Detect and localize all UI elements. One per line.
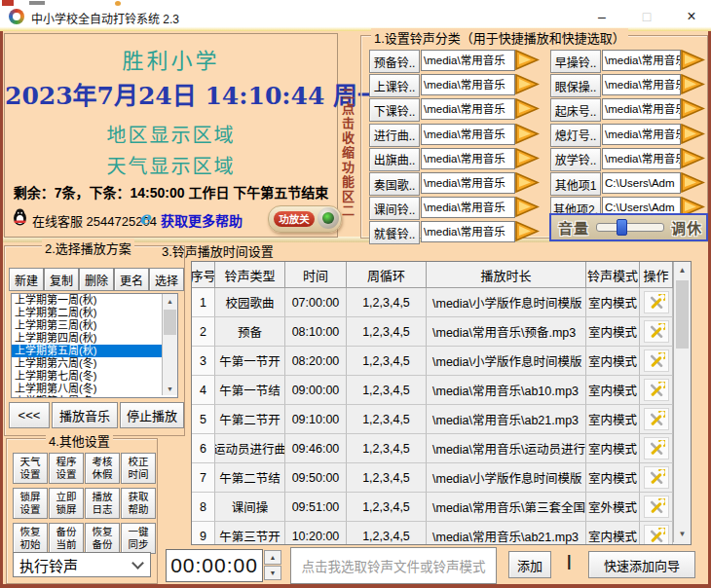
scheme-listbox[interactable]: 上学期第一周(秋)上学期第二周(秋)上学期第三周(秋)上学期第四周(秋)上学期第… [11, 293, 178, 398]
settings-button[interactable]: 程序 设置 [49, 453, 84, 484]
table-row[interactable]: 8课间操09:51:001,2,3,4,5\media\常用音乐\第三套全国室外… [192, 493, 691, 522]
scroll-down-icon[interactable]: ▼ [163, 382, 177, 395]
scheme-play-button[interactable]: <<< [9, 402, 50, 428]
play-icon[interactable] [514, 74, 540, 94]
play-icon[interactable] [514, 124, 540, 144]
category-path-right[interactable]: \media\常用音乐 [602, 74, 681, 95]
play-button-right[interactable] [680, 124, 706, 145]
settings-button[interactable]: 恢复 备份 [85, 523, 120, 554]
scrollbar-thumb[interactable] [676, 280, 689, 349]
play-button-right[interactable] [680, 172, 706, 194]
play-button-right[interactable] [680, 98, 706, 120]
play-icon[interactable] [680, 172, 705, 193]
play-button-left[interactable] [514, 197, 541, 218]
category-button-left[interactable]: 课间铃.. [369, 197, 420, 220]
list-item[interactable]: 上学期第八周(冬) [12, 383, 177, 395]
category-path-left[interactable]: \media\常用音乐 [421, 124, 515, 145]
category-path-left[interactable]: \media\常用音乐 [421, 172, 515, 194]
play-button-left[interactable] [514, 74, 541, 95]
edit-tools-button[interactable] [644, 437, 669, 459]
get-help-link[interactable]: 获取更多帮助 [161, 210, 243, 230]
list-item[interactable]: 上学期第一周(秋) [12, 294, 177, 307]
edit-tools-button[interactable] [644, 525, 669, 545]
category-button-left[interactable]: 进行曲.. [369, 124, 420, 147]
play-icon[interactable] [680, 98, 705, 119]
category-path-left[interactable]: \media\常用音乐 [421, 98, 515, 120]
play-icon[interactable] [680, 50, 705, 70]
collapse-function-strip[interactable]: 二点击收缩功能区二 [338, 88, 356, 241]
table-row[interactable]: 2预备08:10:001,2,3,4,5\media\常用音乐\预备.mp3室内… [192, 317, 691, 347]
ring-file-picker[interactable]: 点击我选取铃声文件或铃声模式 [290, 547, 497, 584]
settings-button[interactable]: 备份 当前 [49, 523, 84, 554]
category-button-right[interactable]: 眼保操.. [550, 74, 601, 97]
category-button-right[interactable]: 早操铃.. [550, 50, 601, 73]
volume-slider-thumb[interactable] [617, 219, 627, 236]
category-button-left[interactable]: 下课铃.. [369, 98, 420, 122]
spinner-up-icon[interactable]: ▲ [264, 550, 281, 565]
play-icon[interactable] [680, 124, 705, 144]
play-icon[interactable] [514, 98, 540, 119]
edit-tools-button[interactable] [644, 349, 669, 372]
table-row[interactable]: 3午第一节开08:20:001,2,3,4,5\media\小学版作息时间模版室… [192, 347, 691, 376]
play-icon[interactable] [514, 172, 540, 193]
play-icon[interactable] [514, 50, 540, 70]
scheme-cmd-button[interactable]: 复制 [44, 268, 79, 291]
category-path-right[interactable]: \media\常用音乐 [602, 124, 681, 145]
table-scrollbar[interactable]: ▲ ▼ [673, 262, 691, 542]
settings-button[interactable]: 锁屏 设置 [13, 488, 48, 519]
ring-action-dropdown[interactable]: 执行铃声 [13, 552, 151, 577]
play-button-right[interactable] [680, 50, 706, 71]
settings-button[interactable]: 校正 时间 [121, 453, 156, 484]
close-button[interactable]: × [674, 6, 709, 27]
category-button-right[interactable]: 其他项1 [550, 172, 601, 196]
quick-add-wizard-button[interactable]: 快速添加向导 [588, 551, 695, 578]
category-button-right[interactable]: 放学铃.. [550, 148, 601, 171]
listbox-scrollbar[interactable]: ▲ ▼ [162, 294, 177, 395]
play-icon[interactable] [514, 221, 540, 241]
play-button-left[interactable] [514, 172, 541, 194]
play-button-left[interactable] [514, 124, 541, 145]
time-input[interactable]: 00:00:00 [166, 549, 263, 582]
category-path-left[interactable]: \media\常用音乐 [421, 221, 515, 242]
add-button[interactable]: 添加 [508, 551, 551, 578]
list-item[interactable]: 上学期第六周(冬) [12, 357, 177, 370]
table-row[interactable]: 9午第三节开10:20:001,2,3,4,5\media\常用音乐\ab21.… [192, 522, 691, 545]
play-button-left[interactable] [514, 50, 541, 71]
list-item[interactable]: 上学期第九周(冬) [12, 395, 177, 398]
minimize-button[interactable]: – [584, 6, 619, 27]
category-path-right[interactable]: \media\常用音乐 [602, 148, 681, 169]
play-button-left[interactable] [514, 148, 541, 169]
play-icon[interactable] [514, 197, 540, 217]
scheme-cmd-button[interactable]: 选择 [149, 268, 184, 291]
qq-service-text[interactable]: 在线客服 2544725204 [32, 211, 157, 230]
category-button-left[interactable]: 出旗曲.. [369, 148, 420, 171]
list-item[interactable]: 上学期第七周(冬) [12, 370, 177, 383]
scroll-up-icon[interactable]: ▲ [674, 262, 691, 278]
category-button-left[interactable]: 预备铃.. [369, 50, 420, 73]
play-icon[interactable] [680, 74, 705, 94]
table-row[interactable]: 5午第二节开09:10:001,2,3,4,5\media\常用音乐\ab21.… [192, 405, 691, 434]
table-row[interactable]: 4午第一节结09:00:001,2,3,4,5\media\常用音乐\ab10.… [192, 376, 691, 405]
play-button-right[interactable] [680, 74, 706, 95]
play-button-left[interactable] [514, 221, 541, 242]
play-button-right[interactable] [680, 148, 706, 169]
table-row[interactable]: 6运动员进行曲09:46:001,2,3,4,5\media\常用音乐\运动员进… [192, 434, 691, 463]
settings-button[interactable]: 获取 帮助 [121, 488, 156, 519]
scheme-cmd-button[interactable]: 更名 [114, 268, 149, 291]
category-button-right[interactable]: 起床号.. [550, 98, 601, 122]
edit-tools-button[interactable] [644, 408, 669, 430]
play-icon[interactable] [680, 148, 705, 168]
edit-tools-button[interactable] [644, 379, 669, 401]
spinner-down-icon[interactable]: ▼ [264, 566, 281, 580]
scheme-cmd-button[interactable]: 新建 [9, 268, 44, 291]
settings-button[interactable]: 考核 休假 [85, 453, 120, 484]
category-path-left[interactable]: \media\常用音乐 [421, 197, 515, 218]
scroll-up-icon[interactable]: ▲ [163, 294, 177, 308]
play-button-left[interactable] [514, 98, 541, 120]
list-item[interactable]: 上学期第三周(秋) [12, 319, 177, 332]
category-button-right[interactable]: 熄灯号.. [550, 124, 601, 147]
play-icon[interactable] [514, 148, 540, 168]
volume-slider[interactable] [596, 223, 664, 232]
category-path-right[interactable]: C:\Users\Adm [602, 172, 681, 194]
list-item[interactable]: 上学期第五周(秋) [12, 345, 177, 357]
